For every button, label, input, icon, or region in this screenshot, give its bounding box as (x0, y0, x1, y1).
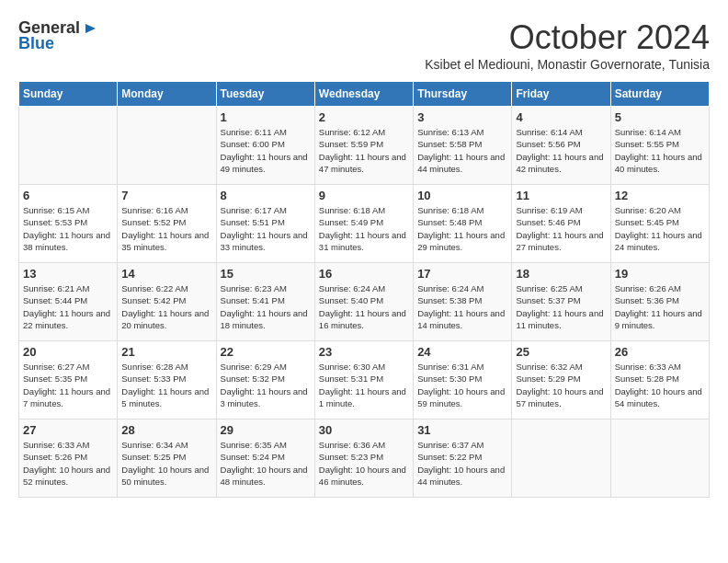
month-title: October 2024 (425, 18, 710, 57)
day-info: Sunrise: 6:33 AM Sunset: 5:28 PM Dayligh… (615, 361, 705, 409)
calendar-cell: 17Sunrise: 6:24 AM Sunset: 5:38 PM Dayli… (414, 263, 512, 341)
day-number: 11 (516, 189, 606, 202)
day-number: 30 (319, 423, 409, 437)
title-section: October 2024 Ksibet el Mediouni, Monasti… (425, 18, 710, 72)
day-number: 9 (319, 189, 409, 202)
day-number: 29 (221, 423, 311, 437)
calendar-cell: 31Sunrise: 6:37 AM Sunset: 5:22 PM Dayli… (414, 419, 512, 498)
calendar-cell: 4Sunrise: 6:14 AM Sunset: 5:56 PM Daylig… (512, 107, 610, 185)
day-number: 20 (23, 345, 113, 359)
day-number: 8 (221, 189, 311, 202)
calendar-cell: 5Sunrise: 6:14 AM Sunset: 5:55 PM Daylig… (610, 107, 709, 185)
day-number: 27 (23, 423, 113, 437)
day-number: 28 (121, 423, 211, 437)
calendar-cell: 15Sunrise: 6:23 AM Sunset: 5:41 PM Dayli… (216, 263, 314, 341)
calendar-cell: 9Sunrise: 6:18 AM Sunset: 5:49 PM Daylig… (314, 185, 413, 263)
day-info: Sunrise: 6:21 AM Sunset: 5:44 PM Dayligh… (23, 282, 113, 331)
day-info: Sunrise: 6:35 AM Sunset: 5:24 PM Dayligh… (221, 439, 311, 488)
calendar-cell: 13Sunrise: 6:21 AM Sunset: 5:44 PM Dayli… (19, 263, 118, 341)
day-info: Sunrise: 6:31 AM Sunset: 5:30 PM Dayligh… (417, 361, 507, 409)
day-number: 31 (417, 423, 507, 437)
day-number: 24 (417, 345, 507, 359)
day-number: 10 (417, 189, 507, 202)
header-wednesday: Wednesday (314, 82, 413, 107)
header-saturday: Saturday (610, 82, 709, 107)
day-info: Sunrise: 6:15 AM Sunset: 5:53 PM Dayligh… (23, 204, 113, 253)
header-row: Sunday Monday Tuesday Wednesday Thursday… (19, 82, 710, 107)
calendar-cell: 19Sunrise: 6:26 AM Sunset: 5:36 PM Dayli… (610, 263, 709, 341)
day-number: 13 (23, 267, 113, 281)
calendar-cell: 23Sunrise: 6:30 AM Sunset: 5:31 PM Dayli… (314, 341, 413, 419)
calendar-cell: 27Sunrise: 6:33 AM Sunset: 5:26 PM Dayli… (19, 419, 118, 498)
day-info: Sunrise: 6:37 AM Sunset: 5:22 PM Dayligh… (417, 439, 507, 488)
logo-arrow-icon (81, 20, 97, 37)
day-info: Sunrise: 6:29 AM Sunset: 5:32 PM Dayligh… (221, 361, 311, 409)
calendar-cell: 30Sunrise: 6:36 AM Sunset: 5:23 PM Dayli… (314, 419, 413, 498)
day-number: 7 (121, 189, 211, 202)
calendar-cell: 29Sunrise: 6:35 AM Sunset: 5:24 PM Dayli… (216, 419, 314, 498)
calendar-cell: 20Sunrise: 6:27 AM Sunset: 5:35 PM Dayli… (19, 341, 118, 419)
week-row-3: 20Sunrise: 6:27 AM Sunset: 5:35 PM Dayli… (19, 341, 710, 419)
day-number: 22 (221, 345, 311, 359)
day-info: Sunrise: 6:13 AM Sunset: 5:58 PM Dayligh… (417, 126, 507, 175)
day-number: 14 (121, 267, 211, 281)
day-info: Sunrise: 6:16 AM Sunset: 5:52 PM Dayligh… (121, 204, 211, 253)
day-number: 25 (516, 345, 606, 359)
calendar-cell: 1Sunrise: 6:11 AM Sunset: 6:00 PM Daylig… (216, 107, 314, 185)
day-number: 21 (121, 345, 211, 359)
calendar-cell (118, 107, 216, 185)
calendar-cell: 11Sunrise: 6:19 AM Sunset: 5:46 PM Dayli… (512, 185, 610, 263)
day-info: Sunrise: 6:20 AM Sunset: 5:45 PM Dayligh… (615, 204, 705, 253)
page-header: General Blue October 2024 Ksibet el Medi… (18, 18, 710, 72)
calendar-cell (19, 107, 118, 185)
day-number: 16 (319, 267, 409, 281)
day-number: 19 (615, 267, 705, 281)
calendar-cell: 25Sunrise: 6:32 AM Sunset: 5:29 PM Dayli… (512, 341, 610, 419)
day-info: Sunrise: 6:25 AM Sunset: 5:37 PM Dayligh… (516, 282, 606, 331)
day-number: 5 (615, 110, 705, 124)
day-info: Sunrise: 6:24 AM Sunset: 5:40 PM Dayligh… (319, 282, 409, 331)
calendar-table: Sunday Monday Tuesday Wednesday Thursday… (18, 81, 710, 498)
calendar-header: Sunday Monday Tuesday Wednesday Thursday… (19, 82, 710, 107)
day-info: Sunrise: 6:14 AM Sunset: 5:55 PM Dayligh… (615, 126, 705, 175)
header-tuesday: Tuesday (216, 82, 314, 107)
location-title: Ksibet el Mediouni, Monastir Governorate… (425, 57, 710, 72)
calendar-cell: 24Sunrise: 6:31 AM Sunset: 5:30 PM Dayli… (414, 341, 512, 419)
day-info: Sunrise: 6:34 AM Sunset: 5:25 PM Dayligh… (121, 439, 211, 488)
logo: General Blue (18, 18, 98, 53)
calendar-cell: 3Sunrise: 6:13 AM Sunset: 5:58 PM Daylig… (414, 107, 512, 185)
calendar-cell: 18Sunrise: 6:25 AM Sunset: 5:37 PM Dayli… (512, 263, 610, 341)
day-info: Sunrise: 6:27 AM Sunset: 5:35 PM Dayligh… (23, 361, 113, 409)
day-info: Sunrise: 6:23 AM Sunset: 5:41 PM Dayligh… (221, 282, 311, 331)
calendar-body: 1Sunrise: 6:11 AM Sunset: 6:00 PM Daylig… (19, 107, 710, 498)
day-info: Sunrise: 6:19 AM Sunset: 5:46 PM Dayligh… (516, 204, 606, 253)
logo-blue: Blue (18, 34, 54, 53)
day-number: 17 (417, 267, 507, 281)
day-number: 6 (23, 189, 113, 202)
calendar-cell: 10Sunrise: 6:18 AM Sunset: 5:48 PM Dayli… (414, 185, 512, 263)
day-info: Sunrise: 6:24 AM Sunset: 5:38 PM Dayligh… (417, 282, 507, 331)
day-number: 2 (319, 110, 409, 124)
day-number: 18 (516, 267, 606, 281)
calendar-cell: 2Sunrise: 6:12 AM Sunset: 5:59 PM Daylig… (314, 107, 413, 185)
day-info: Sunrise: 6:17 AM Sunset: 5:51 PM Dayligh… (221, 204, 311, 253)
header-friday: Friday (512, 82, 610, 107)
day-number: 23 (319, 345, 409, 359)
day-info: Sunrise: 6:18 AM Sunset: 5:49 PM Dayligh… (319, 204, 409, 253)
calendar-cell: 28Sunrise: 6:34 AM Sunset: 5:25 PM Dayli… (118, 419, 216, 498)
day-info: Sunrise: 6:33 AM Sunset: 5:26 PM Dayligh… (23, 439, 113, 488)
calendar-cell (610, 419, 709, 498)
calendar-cell: 21Sunrise: 6:28 AM Sunset: 5:33 PM Dayli… (118, 341, 216, 419)
svg-marker-0 (85, 24, 96, 33)
day-number: 4 (516, 110, 606, 124)
header-monday: Monday (118, 82, 216, 107)
day-info: Sunrise: 6:32 AM Sunset: 5:29 PM Dayligh… (516, 361, 606, 409)
day-info: Sunrise: 6:30 AM Sunset: 5:31 PM Dayligh… (319, 361, 409, 409)
calendar-cell: 8Sunrise: 6:17 AM Sunset: 5:51 PM Daylig… (216, 185, 314, 263)
day-info: Sunrise: 6:11 AM Sunset: 6:00 PM Dayligh… (221, 126, 311, 175)
week-row-0: 1Sunrise: 6:11 AM Sunset: 6:00 PM Daylig… (19, 107, 710, 185)
day-info: Sunrise: 6:22 AM Sunset: 5:42 PM Dayligh… (121, 282, 211, 331)
header-sunday: Sunday (19, 82, 118, 107)
day-number: 12 (615, 189, 705, 202)
header-thursday: Thursday (414, 82, 512, 107)
